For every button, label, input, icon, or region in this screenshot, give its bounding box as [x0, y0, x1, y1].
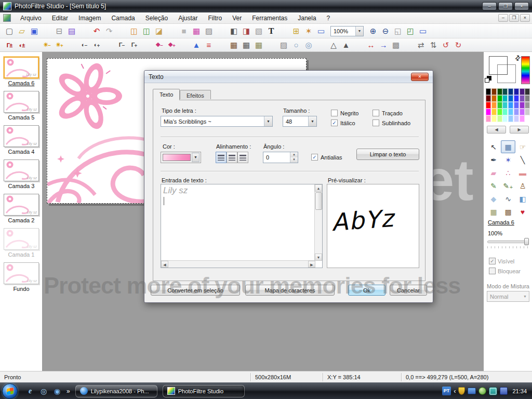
- saturation-minus-icon[interactable]: ❖₋: [153, 39, 165, 51]
- antivirus-tray-icon[interactable]: [478, 387, 486, 395]
- opacity-slider[interactable]: [487, 238, 529, 245]
- slideshow-icon[interactable]: ▭: [417, 25, 429, 37]
- palette-color-swatch[interactable]: [508, 102, 513, 109]
- toolbar-icon[interactable]: [140, 39, 153, 51]
- messenger-tray-icon[interactable]: [489, 387, 497, 395]
- text-tool-icon[interactable]: T: [265, 25, 277, 37]
- menu-item[interactable]: Seleção: [140, 13, 173, 23]
- mdi-minimize-button[interactable]: –: [498, 14, 508, 22]
- align-center-button[interactable]: [227, 152, 237, 163]
- bold-checkbox[interactable]: [331, 110, 338, 116]
- palette-color-swatch[interactable]: [497, 109, 502, 115]
- new-file-icon[interactable]: ▢: [3, 25, 16, 37]
- ok-button[interactable]: Ok: [348, 285, 385, 296]
- network-icon[interactable]: [468, 388, 476, 394]
- dialog-close-button[interactable]: ×: [411, 73, 429, 81]
- flip-vertical-icon[interactable]: ⇅: [427, 39, 440, 51]
- menu-item[interactable]: Editar: [47, 13, 73, 23]
- toolbar-icon[interactable]: [215, 39, 228, 51]
- palette-color-swatch[interactable]: [502, 88, 508, 95]
- layer-label[interactable]: Camada 1: [8, 251, 35, 258]
- palette-color-swatch[interactable]: [491, 95, 497, 102]
- vertical-scrollbar[interactable]: ▲ ▼: [314, 184, 322, 261]
- print-icon[interactable]: ⊟: [53, 25, 65, 37]
- size-select[interactable]: 48 ▼: [283, 116, 317, 127]
- palette-color-swatch[interactable]: [525, 102, 530, 109]
- language-indicator[interactable]: PT: [442, 387, 451, 395]
- menu-item[interactable]: Imagem: [73, 13, 106, 23]
- color-palette-icon[interactable]: ▦: [190, 25, 203, 37]
- brightness-minus-icon[interactable]: ☀₋: [41, 39, 53, 51]
- rainbow-color-bar[interactable]: [521, 56, 530, 84]
- move-hand-tool-icon[interactable]: ☞: [515, 140, 530, 153]
- toolbar-icon[interactable]: [178, 39, 190, 51]
- auto-contrast-icon[interactable]: ◐±: [16, 39, 28, 51]
- underline-checkbox[interactable]: [373, 119, 379, 126]
- align-left-button[interactable]: [216, 152, 227, 163]
- contrast-plus-icon[interactable]: ◐₊: [90, 39, 103, 51]
- toolbar-icon[interactable]: [165, 25, 178, 37]
- gradient-icon[interactable]: ↔: [365, 39, 377, 51]
- italic-checkbox[interactable]: [331, 119, 338, 126]
- photomask-icon[interactable]: ▦: [228, 39, 240, 51]
- image-copies-icon[interactable]: ◫: [140, 25, 153, 37]
- palette-color-swatch[interactable]: [497, 88, 502, 95]
- save-icon[interactable]: ▣: [28, 25, 41, 37]
- tool-palette-icon[interactable]: ▭: [315, 25, 327, 37]
- taskbar-window-button[interactable]: Lilypikenaa2008 - Ph...: [75, 385, 157, 397]
- gamma-plus-icon[interactable]: Γ₊: [128, 39, 140, 51]
- palette-color-swatch[interactable]: [486, 115, 491, 122]
- toolbar-icon[interactable]: [65, 39, 78, 51]
- clear-text-button[interactable]: Limpar o texto: [356, 149, 419, 160]
- angle-spinner[interactable]: 0 ▲▼: [263, 152, 298, 163]
- duplicate-image-icon[interactable]: ◧: [228, 25, 240, 37]
- palette-color-swatch[interactable]: [497, 115, 502, 122]
- paintbrush-tool-icon[interactable]: ✎: [486, 179, 501, 192]
- spinner-down-icon[interactable]: ▼: [290, 157, 298, 163]
- chevron-down-icon[interactable]: ▼: [355, 26, 363, 36]
- text-entry-area[interactable]: Lily sz ▲ ▼ ◀ ▶: [161, 184, 323, 268]
- text-color-select[interactable]: ▼: [161, 152, 201, 163]
- scan-icon[interactable]: ▤: [65, 25, 78, 37]
- palette-color-swatch[interactable]: [491, 102, 497, 109]
- eyedropper-tool-icon[interactable]: ✒: [486, 153, 501, 166]
- palette-color-swatch[interactable]: [486, 95, 491, 102]
- layer-thumbnail[interactable]: Lily sz: [4, 194, 39, 216]
- menu-item[interactable]: ?: [322, 13, 336, 23]
- sharpen-more-icon[interactable]: ▲: [340, 39, 352, 51]
- scroll-up-icon[interactable]: ▲: [315, 184, 322, 192]
- paste-selection-icon[interactable]: ▧: [252, 25, 265, 37]
- auto-levels-icon[interactable]: Γ±: [3, 39, 16, 51]
- app-tray-icon[interactable]: [500, 387, 508, 395]
- mdi-close-button[interactable]: ×: [520, 14, 530, 22]
- palette-color-swatch[interactable]: [508, 95, 513, 102]
- palette-color-swatch[interactable]: [525, 109, 530, 115]
- layer-item[interactable]: Lily sz Fundo: [0, 262, 43, 292]
- texture-icon[interactable]: ▩: [390, 39, 402, 51]
- menu-item[interactable]: Camada: [106, 13, 140, 23]
- zoom-out-icon[interactable]: ⊖: [379, 25, 392, 37]
- palette-color-swatch[interactable]: [514, 95, 519, 102]
- brightness-plus-icon[interactable]: ☀₊: [53, 39, 65, 51]
- toolbar-icon[interactable]: [265, 39, 277, 51]
- active-layer-link[interactable]: Camada 6: [488, 219, 514, 225]
- menu-item[interactable]: Ferramentas: [247, 13, 292, 23]
- palette-color-swatch[interactable]: [520, 102, 525, 109]
- toolbar-icon[interactable]: [115, 25, 128, 37]
- color-balance-icon[interactable]: ≡: [203, 39, 215, 51]
- layer-item[interactable]: Lily sz Camada 4: [0, 125, 43, 155]
- toolbar-icon[interactable]: [41, 25, 53, 37]
- tab-texto[interactable]: Texto: [153, 89, 180, 100]
- convert-selection-button[interactable]: Converter em seleção: [151, 285, 240, 296]
- contrast-minus-icon[interactable]: ◐₋: [78, 39, 90, 51]
- layer-label[interactable]: Camada 6: [8, 80, 35, 86]
- palette-color-swatch[interactable]: [520, 95, 525, 102]
- layer-thumbnail[interactable]: Lily sz: [4, 125, 39, 147]
- line-tool-icon[interactable]: ╲: [515, 153, 530, 166]
- media-player-quicklaunch-icon[interactable]: ◉: [52, 386, 62, 396]
- spinner-up-icon[interactable]: ▲: [290, 152, 298, 157]
- search-quicklaunch-icon[interactable]: ◎: [38, 386, 49, 396]
- foreground-color-swatch[interactable]: [489, 56, 508, 75]
- align-right-button[interactable]: [237, 152, 248, 163]
- palette-next-button[interactable]: ▶: [510, 126, 529, 134]
